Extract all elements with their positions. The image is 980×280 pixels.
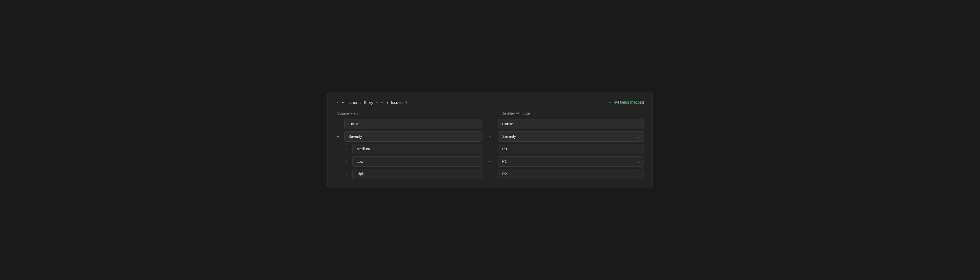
low-source-field: Low	[352, 156, 482, 167]
high-source-cell: ↳ High	[336, 169, 482, 179]
severity-devrev-value: Severity	[502, 134, 516, 138]
source-story-count: 4	[376, 100, 378, 105]
low-dropdown-chevron: ⌄	[637, 159, 640, 164]
fields-mapped-status: ✓ 4/4 fields mapped	[609, 100, 644, 105]
high-source-field: High	[352, 169, 482, 179]
dest-issues-count: 4	[405, 100, 407, 105]
cause-devrev-value: Cause	[502, 122, 513, 126]
low-indent-icon: ↳	[344, 159, 350, 164]
breadcrumb: ▲ ⬧ Issues / Story 4 → ⬧ Issues 4	[336, 100, 407, 105]
medium-source-cell: ↳ Medium	[336, 144, 482, 154]
cause-devrev-dropdown[interactable]: Cause ⌄	[498, 119, 644, 129]
cause-row: Cause → Cause ⌄	[336, 119, 644, 129]
severity-devrev-dropdown[interactable]: Severity ⌄	[498, 131, 644, 142]
severity-source-cell: ▼ Severity	[336, 131, 482, 142]
low-devrev-dropdown[interactable]: P1 ⌄	[498, 156, 644, 167]
collapse-icon[interactable]: ▲	[336, 100, 339, 104]
fields-mapped-check-icon: ✓	[609, 100, 612, 105]
source-issues-icon: ⬧	[342, 100, 344, 105]
cause-source-cell: Cause	[336, 119, 482, 129]
severity-row: ▼ Severity → Severity ⌄	[336, 131, 644, 142]
low-row: ↳ Low → P1 ⌄	[336, 156, 644, 167]
medium-source-field: Medium	[352, 144, 482, 154]
medium-dropdown-chevron: ⌄	[637, 147, 640, 151]
dest-issues-label: Issues	[391, 100, 402, 105]
high-row: ↳ High → P2 ⌄	[336, 169, 644, 179]
severity-arrow: →	[482, 134, 498, 139]
medium-devrev-dropdown[interactable]: P0 ⌄	[498, 144, 644, 154]
cause-source-field: Cause	[344, 119, 482, 129]
high-dropdown-chevron: ⌄	[637, 172, 640, 176]
high-devrev-cell: P2 ⌄	[498, 169, 644, 179]
source-issues-label: Issues	[347, 100, 358, 105]
fields-mapped-text: 4/4 fields mapped	[614, 100, 644, 105]
mapping-card: ▲ ⬧ Issues / Story 4 → ⬧ Issues 4 ✓ 4/4 …	[327, 92, 653, 188]
low-devrev-cell: P1 ⌄	[498, 156, 644, 167]
high-devrev-dropdown[interactable]: P2 ⌄	[498, 169, 644, 179]
severity-source-field: Severity	[344, 131, 482, 142]
dest-issues-icon: ⬧	[386, 100, 389, 105]
medium-devrev-value: P0	[502, 147, 507, 151]
severity-dropdown-chevron: ⌄	[637, 135, 640, 138]
low-source-cell: ↳ Low	[336, 156, 482, 167]
low-devrev-value: P1	[502, 159, 507, 164]
high-devrev-value: P2	[502, 172, 507, 176]
severity-devrev-cell: Severity ⌄	[498, 131, 644, 142]
devrev-attribute-header: DevRev Attribute	[498, 111, 643, 116]
column-headers: Source Field DevRev Attribute	[336, 111, 644, 116]
medium-indent-icon: ↳	[344, 147, 350, 151]
source-story-label: Story	[364, 100, 373, 105]
cause-dropdown-chevron: ⌄	[637, 122, 640, 126]
severity-sub-rows: ↳ Medium → P0 ⌄ ↳ Low → P1 ⌄	[336, 144, 644, 179]
high-indent-icon: ↳	[344, 172, 350, 176]
cause-arrow: →	[482, 122, 498, 126]
breadcrumb-separator: /	[360, 100, 361, 105]
cause-devrev-cell: Cause ⌄	[498, 119, 644, 129]
high-arrow: →	[482, 172, 498, 177]
medium-arrow: →	[482, 146, 498, 151]
severity-expand-btn[interactable]: ▼	[336, 135, 342, 138]
medium-devrev-cell: P0 ⌄	[498, 144, 644, 154]
low-arrow: →	[482, 159, 498, 164]
medium-row: ↳ Medium → P0 ⌄	[336, 144, 644, 154]
header-row: ▲ ⬧ Issues / Story 4 → ⬧ Issues 4 ✓ 4/4 …	[336, 100, 644, 105]
source-field-header: Source Field	[337, 111, 482, 116]
breadcrumb-arrow: →	[380, 100, 384, 105]
